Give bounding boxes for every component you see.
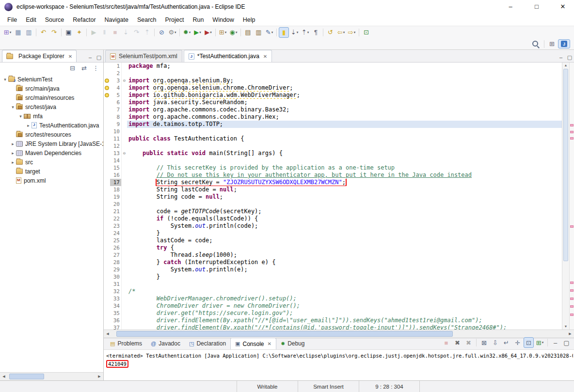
minimize-view-button[interactable]: – [86, 52, 95, 62]
tree-item-src[interactable]: ▸src [0, 157, 103, 167]
resume-button[interactable]: ▶ [89, 27, 99, 38]
code-text[interactable]: import org.apache.commons.codec.binary.H… [127, 113, 562, 121]
menu-window[interactable]: Window [208, 15, 238, 25]
collapse-all-button[interactable]: ⊟ [67, 63, 78, 73]
javadoc-button[interactable]: ✎▾ [264, 27, 274, 38]
view-menu-button[interactable]: ⋮ [91, 63, 101, 73]
scrollbar-thumb[interactable] [116, 331, 453, 337]
fold-collapse-icon[interactable]: ⊖ [121, 77, 127, 84]
code-text[interactable]: package mfa; [127, 63, 562, 70]
next-annotation-button[interactable]: ⇣▾ [289, 27, 300, 38]
export-jar-button[interactable]: ▥ [254, 27, 264, 38]
code-text[interactable] [127, 281, 562, 288]
redo-button[interactable]: ↷ [49, 27, 59, 38]
scrollbar-thumb[interactable] [9, 374, 44, 379]
debug-button[interactable]: ✹▾ [182, 27, 192, 38]
scroll-up-icon[interactable]: ▲ [562, 63, 569, 68]
menu-run[interactable]: Run [188, 15, 208, 25]
close-tab-icon[interactable]: ✕ [268, 341, 271, 346]
show-whitespace-button[interactable]: ¶ [311, 27, 321, 38]
scrollbar-track[interactable] [8, 373, 96, 380]
tree-item-mfa[interactable]: ▾mfa [0, 111, 103, 121]
code-text[interactable] [127, 70, 562, 77]
open-perspective-button[interactable]: ⊞ [549, 40, 555, 47]
tree-item-src-main-resources[interactable]: src/main/resources [0, 93, 103, 102]
tree-item-src-test-java[interactable]: ▾src/test/java [0, 102, 103, 111]
maximize-console-button[interactable]: ▢ [561, 337, 572, 348]
search-flashlight-button[interactable]: ✦ [74, 27, 84, 38]
code-text[interactable]: lastCode = code; [127, 237, 562, 244]
open-console-button[interactable]: ▣ [64, 27, 74, 38]
link-with-editor-button[interactable]: ⇄ [79, 63, 89, 73]
code-text[interactable]: System.out.println(e); [127, 266, 562, 273]
run-button[interactable]: ▶▾ [192, 27, 203, 38]
tree-item-target[interactable]: target [0, 167, 103, 176]
code-text[interactable]: driver.findElement(By.xpath("//*[@id=\"u… [127, 317, 562, 324]
code-text[interactable]: import org.openqa.selenium.chrome.Chrome… [127, 84, 562, 92]
scroll-right-icon[interactable]: ▶ [96, 375, 103, 378]
tab-problems[interactable]: ▤Problems [106, 338, 146, 349]
external-tools-button[interactable]: ⚙▾ [167, 27, 177, 38]
code-text[interactable] [127, 142, 562, 150]
code-text[interactable]: WebDriverManager.chromedriver().setup(); [127, 295, 562, 302]
coverage-button[interactable]: ▶▾ [203, 27, 213, 38]
code-area[interactable]: 1package mfa;23⊖import org.openqa.seleni… [104, 63, 562, 329]
editor-vscrollbar[interactable]: ▲ ▼ [562, 63, 569, 329]
tree-collapsed-arrow-icon[interactable]: ▸ [10, 151, 16, 156]
code-text[interactable]: Thread.sleep(1000); [127, 251, 562, 259]
tree-collapsed-arrow-icon[interactable]: ▸ [25, 123, 32, 128]
tab-javadoc[interactable]: @Javadoc [146, 338, 185, 349]
code-text[interactable]: if (!code.equals(lastCode)) { [127, 215, 562, 222]
close-view-icon[interactable]: ✕ [68, 54, 72, 59]
sidebar-hscrollbar[interactable]: ◀ ▶ [0, 372, 103, 380]
tree-item-pom-xml[interactable]: pom.xml [0, 176, 103, 185]
remove-launch-button[interactable]: ✖ [452, 337, 462, 348]
code-text[interactable]: driver.get("https://secure.login.gov"); [127, 310, 562, 317]
tree-item-maven-dependencies[interactable]: ▸Maven Dependencies [0, 148, 103, 157]
maximize-view-button[interactable]: ▢ [95, 52, 103, 62]
close-window-button[interactable]: ✕ [552, 0, 574, 14]
code-text[interactable]: public static void main(String[] args) { [127, 150, 562, 157]
tab-debug[interactable]: ✹Debug [276, 338, 309, 349]
minimize-window-button[interactable]: – [499, 0, 522, 14]
scrollbar-track[interactable] [112, 330, 566, 338]
step-return-button[interactable]: ⇡ [142, 27, 152, 38]
minimize-editor-button[interactable]: – [557, 52, 565, 62]
code-text[interactable]: String lastCode = null; [127, 186, 562, 193]
code-text[interactable]: } [127, 273, 562, 281]
save-all-button[interactable]: ▥ [24, 27, 34, 38]
tree-expanded-arrow-icon[interactable]: ▾ [2, 77, 8, 82]
pin-console-button[interactable]: ✛ [512, 337, 523, 348]
forward-button[interactable]: ⇨▾ [347, 27, 357, 38]
menu-search[interactable]: Search [133, 15, 161, 25]
suspend-button[interactable]: ‖ [99, 27, 110, 38]
code-text[interactable]: System.out.println(code); [127, 222, 562, 230]
tree-expanded-arrow-icon[interactable]: ▾ [10, 105, 16, 110]
word-wrap-button[interactable]: ↵ [501, 337, 511, 348]
open-jar-button[interactable]: ▤ [243, 27, 253, 38]
overview-ruler[interactable] [569, 63, 574, 329]
code-text[interactable]: // This secretKey is provided by the app… [127, 164, 562, 172]
tree-item-seleniumtest[interactable]: ▾SeleniumTest [0, 75, 103, 84]
scroll-right-icon[interactable]: ▶ [566, 332, 574, 336]
menu-navigate[interactable]: Navigate [100, 15, 133, 25]
new-class-button[interactable]: ◉▾ [228, 27, 239, 38]
menu-help[interactable]: Help [239, 15, 260, 25]
menu-edit[interactable]: Edit [21, 15, 41, 25]
previous-annotation-button[interactable]: ⇡▾ [300, 27, 310, 38]
editor-hscrollbar[interactable]: ◀ ▶ [104, 329, 574, 338]
tab-declaration[interactable]: ◳Declaration [185, 338, 230, 349]
code-text[interactable]: // Do not use this key in your authentic… [127, 172, 562, 179]
maximize-editor-button[interactable]: ▢ [565, 52, 574, 62]
new-java-project-button[interactable]: ⊞▾ [218, 27, 228, 38]
menu-file[interactable]: File [3, 15, 21, 25]
tree-item-src-main-java[interactable]: src/main/java [0, 84, 103, 93]
tree-item-jre-system-library-javase-1[interactable]: ▸JRE System Library [JavaSE-1. [0, 139, 103, 148]
code-text[interactable]: } catch (InterruptedException e) { [127, 259, 562, 266]
menu-project[interactable]: Project [161, 15, 189, 25]
code-text[interactable]: import de.taimos.totp.TOTP; [127, 121, 562, 128]
scroll-left-icon[interactable]: ◀ [0, 375, 8, 378]
last-edit-location-button[interactable]: ↺ [325, 27, 335, 38]
tab-testauthentication-java[interactable]: J*TestAuthentication.java✕ [184, 50, 272, 62]
tab-pom-xml[interactable]: MSeleniumTest/pom.xml [105, 50, 182, 62]
